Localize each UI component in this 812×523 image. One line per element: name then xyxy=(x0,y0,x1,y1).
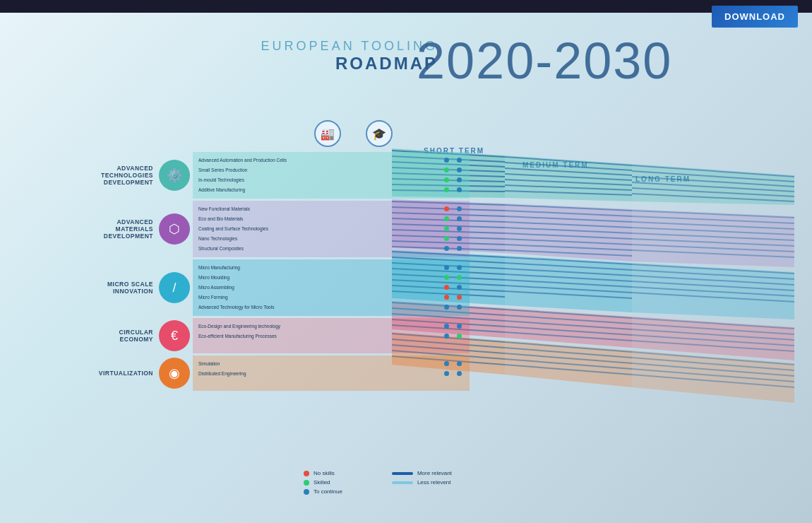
no-skills-label: No skills xyxy=(314,470,335,476)
category-icon-advanced-materials: ⬡ xyxy=(159,213,190,245)
list-item: Distributed Engineering xyxy=(197,368,465,378)
dot-col-2 xyxy=(453,305,465,310)
list-item: Eco and Bio Materials xyxy=(197,213,465,223)
dot-col-1 xyxy=(440,236,453,241)
list-item: In-mould Technologies xyxy=(197,175,465,184)
dot-col-1 xyxy=(440,177,453,182)
category-icon-micro-scale: / xyxy=(159,272,190,303)
dot-col-1 xyxy=(440,216,453,221)
dot-col-2 xyxy=(453,285,465,290)
icons-row: 🏭 🎓 xyxy=(314,120,393,147)
item-text: New Functional Materials xyxy=(197,206,440,211)
item-text: In-mould Technologies xyxy=(197,177,440,182)
to-continue-dot xyxy=(304,489,309,495)
dot-col-1 xyxy=(440,187,453,192)
item-text: Advanced Technology for Micro Tools xyxy=(197,305,440,310)
dot-col-2 xyxy=(453,324,465,329)
legend-to-continue: To continue xyxy=(304,488,342,495)
item-text: Additive Manufacturing xyxy=(197,187,440,192)
industry-icon: 🏭 xyxy=(314,120,341,147)
to-continue-label: To continue xyxy=(314,488,342,495)
list-item: Micro Moulding xyxy=(197,272,465,282)
category-row-circular-economy: CIRCULAR ECONOMY€Eco-Design and Engineer… xyxy=(67,318,470,353)
item-text: Micro Assembling xyxy=(197,285,440,290)
legend-area: No skills Skilled To continue More relev… xyxy=(304,470,452,495)
title-area: EUROPEAN TOOLING ROADMAP xyxy=(191,39,438,74)
category-row-advanced-tech: ADVANCED TECHNOLOGIES DEVELOPMENT⚙️Advan… xyxy=(67,152,470,199)
list-item: New Functional Materials xyxy=(197,204,465,213)
dot-col-2 xyxy=(453,216,465,221)
dot-col-1 xyxy=(440,206,453,211)
item-text: Simulation xyxy=(197,361,440,366)
category-content-advanced-materials: New Functional MaterialsEco and Bio Mate… xyxy=(193,201,470,257)
item-text: Nano Technologies xyxy=(197,236,440,241)
category-label-advanced-materials: ADVANCED MATERIALS DEVELOPMENT xyxy=(67,201,159,257)
dot-col-1 xyxy=(440,226,453,231)
category-content-circular-economy: Eco-Design and Engineering technologyEco… xyxy=(193,318,470,353)
list-item: Advanced Automation and Production Cells xyxy=(197,155,465,165)
dot-col-2 xyxy=(453,236,465,241)
dot-col-1 xyxy=(440,371,453,376)
legend-more-relevant: More relevant xyxy=(392,470,452,476)
dot-col-1 xyxy=(440,275,453,280)
list-item: Micro Forming xyxy=(197,292,465,302)
item-text: Advanced Automation and Production Cells xyxy=(197,158,440,163)
dot-col-2 xyxy=(453,334,465,339)
legend-no-skills: No skills xyxy=(304,470,342,476)
dot-col-2 xyxy=(453,361,465,366)
item-text: Eco and Bio Materials xyxy=(197,216,440,221)
dot-col-2 xyxy=(453,371,465,376)
list-item: Small Series Production xyxy=(197,165,465,175)
list-item: Advanced Technology for Micro Tools xyxy=(197,302,465,312)
dot-col-1 xyxy=(440,305,453,310)
top-bar xyxy=(0,0,812,13)
list-item: Coating and Surface Technologies xyxy=(197,223,465,233)
no-skills-dot xyxy=(304,471,309,476)
dot-col-2 xyxy=(453,226,465,231)
dot-col-2 xyxy=(453,168,465,172)
dot-col-1 xyxy=(440,168,453,172)
more-relevant-line xyxy=(392,472,413,475)
category-icon-virtualization: ◉ xyxy=(159,358,190,389)
dot-col-1 xyxy=(440,361,453,366)
dot-col-1 xyxy=(440,246,453,251)
dot-col-1 xyxy=(440,324,453,329)
category-content-virtualization: SimulationDistributed Engineering xyxy=(193,355,470,391)
dot-col-1 xyxy=(440,158,453,163)
skilled-dot xyxy=(304,480,309,486)
download-button[interactable]: DOWNLOAD xyxy=(712,6,798,28)
dot-col-1 xyxy=(440,295,453,300)
category-row-advanced-materials: ADVANCED MATERIALS DEVELOPMENT⬡New Funct… xyxy=(67,201,470,257)
skilled-label: Skilled xyxy=(314,479,330,486)
item-text: Eco-efficient Manufacturing Processes xyxy=(197,334,440,339)
list-item: Structural Composites xyxy=(197,243,465,253)
category-label-virtualization: VIRTUALIZATION xyxy=(67,355,159,391)
item-text: Distributed Engineering xyxy=(197,371,440,376)
dot-col-2 xyxy=(453,187,465,192)
dot-col-1 xyxy=(440,285,453,290)
dot-col-2 xyxy=(453,246,465,251)
legend-less-relevant: Less relevent xyxy=(392,479,452,486)
list-item: Nano Technologies xyxy=(197,233,465,243)
list-item: Eco-efficient Manufacturing Processes xyxy=(197,331,465,341)
category-row-virtualization: VIRTUALIZATION◉SimulationDistributed Eng… xyxy=(67,355,470,391)
item-text: Coating and Surface Technologies xyxy=(197,226,440,231)
list-item: Additive Manufacturing xyxy=(197,184,465,194)
dot-col-2 xyxy=(453,265,465,270)
category-icon-advanced-tech: ⚙️ xyxy=(159,160,190,191)
category-content-micro-scale: Micro ManufacturingMicro MouldingMicro A… xyxy=(193,259,470,316)
category-label-advanced-tech: ADVANCED TECHNOLOGIES DEVELOPMENT xyxy=(67,152,159,199)
dot-col-2 xyxy=(453,206,465,211)
legend-skilled: Skilled xyxy=(304,479,342,486)
education-icon: 🎓 xyxy=(366,120,393,147)
less-relevant-label: Less relevent xyxy=(417,479,451,486)
dot-col-2 xyxy=(453,295,465,300)
item-text: Structural Composites xyxy=(197,246,440,251)
category-label-micro-scale: MICRO SCALE INNOVATION xyxy=(67,259,159,316)
category-row-micro-scale: MICRO SCALE INNOVATION/Micro Manufacturi… xyxy=(67,259,470,316)
list-item: Simulation xyxy=(197,358,465,368)
dot-col-2 xyxy=(453,177,465,182)
less-relevant-line xyxy=(392,481,413,484)
item-text: Micro Moulding xyxy=(197,275,440,280)
list-item: Micro Manufacturing xyxy=(197,262,465,272)
